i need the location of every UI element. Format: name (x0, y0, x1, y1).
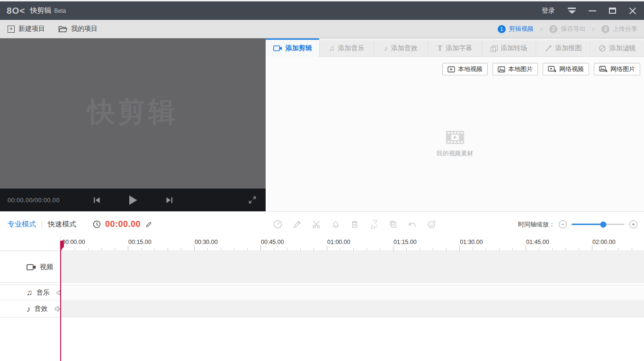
app-window: 8O< 快剪辑 Beta 登录 + 新建项目 我的项目 (0, 0, 644, 361)
chevron-right-icon: > (591, 26, 595, 33)
divider (42, 221, 42, 228)
skip-back-button[interactable] (93, 197, 100, 204)
step-label: 上传分享 (613, 25, 637, 33)
video-camera-icon (27, 264, 36, 271)
network-image-button[interactable]: 网络图片 (594, 63, 640, 75)
track-sound-effect: ♪ 音效 (0, 301, 644, 317)
main-menu-icon[interactable] (568, 8, 576, 14)
timeline-current-time: 00:00.00 (105, 219, 141, 229)
speed-gauge-icon[interactable] (273, 220, 282, 229)
tab-add-sound-effect[interactable]: ♪ 添加音效 (374, 40, 428, 57)
button-label: 本地图片 (508, 65, 533, 73)
button-label: 本地视频 (458, 65, 483, 73)
chevron-right-icon: > (540, 26, 544, 33)
project-toolbar: + 新建项目 我的项目 1 剪辑视频 > 2 保存导出 > (0, 20, 644, 38)
video-track-lane[interactable] (60, 252, 644, 282)
step-number: 1 (498, 25, 506, 33)
sound-effect-icon: ♪ (384, 45, 388, 52)
playback-time: 00:00.00/00:00.00 (8, 197, 60, 204)
track-label: 视频 (40, 263, 53, 271)
ruler-label: 00:15.00 (128, 239, 152, 245)
zoom-slider[interactable] (572, 224, 625, 225)
transition-icon (491, 45, 497, 52)
music-track-lane[interactable] (60, 285, 644, 300)
tab-add-matting[interactable]: 添加抠图 (536, 40, 590, 57)
video-file-icon (447, 66, 455, 72)
copy-icon[interactable] (389, 220, 397, 229)
titlebar: 8O< 快剪辑 Beta 登录 (0, 0, 644, 20)
new-project-label: 新建项目 (18, 25, 45, 33)
zoom-slider-fill (572, 224, 603, 225)
local-image-button[interactable]: 本地图片 (492, 63, 538, 75)
quick-mode-button[interactable]: 快速模式 (48, 220, 76, 229)
video-camera-icon (273, 45, 282, 52)
track-video: 视频 (0, 252, 644, 283)
beta-badge: Beta (54, 8, 66, 14)
local-video-button[interactable]: 本地视频 (442, 63, 488, 75)
step-upload-share[interactable]: 3 上传分享 (601, 25, 637, 33)
tab-add-subtitle[interactable]: T 添加字幕 (428, 40, 482, 57)
media-panel: 本地视频 本地图片 网络视频 (266, 57, 644, 211)
tab-add-transition[interactable]: 添加转场 (482, 40, 536, 57)
step-label: 剪辑视频 (509, 25, 534, 33)
undo-icon[interactable] (408, 220, 417, 229)
maximize-button[interactable] (609, 8, 616, 14)
panel-tabbar: 添加剪辑 ♫ 添加音乐 ♪ 添加音效 T 添加字幕 添加转场 添加抠图 (266, 38, 644, 57)
unlink-icon[interactable] (369, 220, 378, 229)
image-file-icon (498, 66, 505, 72)
tab-label: 添加音效 (391, 44, 418, 53)
minimize-button[interactable] (589, 10, 596, 11)
my-projects-label: 我的项目 (71, 25, 98, 33)
track-label: 音效 (35, 305, 48, 313)
my-projects-button[interactable]: 我的项目 (58, 25, 98, 33)
step-save-export[interactable]: 2 保存导出 (549, 25, 585, 33)
playhead-line[interactable] (60, 241, 61, 361)
bell-icon[interactable] (331, 220, 340, 229)
edit-time-icon[interactable] (145, 221, 152, 228)
text-subtitle-icon: T (438, 45, 443, 52)
sticker-smiley-icon[interactable] (427, 220, 436, 229)
timeline-toolbar: 专业模式 快速模式 00:00.00 (0, 211, 644, 237)
zoom-label: 时间轴缩放： (518, 220, 555, 229)
ruler-label: 01:00.00 (327, 239, 350, 245)
app-logo: 8O< (7, 6, 25, 16)
login-button[interactable]: 登录 (542, 7, 555, 15)
tab-label: 添加音乐 (338, 44, 364, 53)
film-strip-icon (446, 130, 465, 144)
tab-add-filter[interactable]: 添加滤镜 (590, 40, 644, 57)
tab-add-music[interactable]: ♫ 添加音乐 (319, 40, 373, 57)
ruler-major-ticks (60, 245, 644, 251)
step-label: 保存导出 (561, 25, 585, 33)
trash-delete-icon[interactable] (350, 220, 359, 229)
edit-pencil-icon[interactable] (293, 220, 302, 229)
tab-label: 添加抠图 (555, 44, 582, 53)
fullscreen-icon[interactable] (249, 196, 256, 204)
empty-state: 我的视频素材 (437, 130, 474, 158)
watermark-text: 快剪辑 (88, 94, 179, 131)
pro-mode-button[interactable]: 专业模式 (8, 220, 36, 229)
video-download-icon (548, 66, 556, 72)
music-note-icon: ♫ (329, 45, 334, 52)
zoom-slider-handle[interactable] (600, 221, 607, 227)
network-video-button[interactable]: 网络视频 (543, 63, 589, 75)
tab-label: 添加字幕 (446, 44, 472, 53)
zoom-out-button[interactable]: − (559, 220, 567, 228)
scissors-cut-icon[interactable] (312, 220, 321, 228)
ruler-label: 01:45.00 (526, 239, 549, 245)
tab-add-clip[interactable]: 添加剪辑 (266, 38, 319, 57)
step-edit-video[interactable]: 1 剪辑视频 (498, 25, 534, 33)
magic-wand-icon (545, 45, 552, 52)
sound-effect-icon: ♪ (27, 305, 31, 313)
clock-icon (93, 220, 101, 228)
workflow-steps: 1 剪辑视频 > 2 保存导出 > 3 上传分享 (498, 20, 637, 38)
skip-forward-button[interactable] (166, 197, 173, 204)
play-button[interactable] (129, 195, 137, 205)
close-button[interactable] (629, 7, 636, 15)
new-project-button[interactable]: + 新建项目 (8, 25, 45, 33)
plus-square-icon: + (8, 26, 15, 33)
sfx-track-lane[interactable] (60, 301, 644, 317)
track-music: ♫ 音乐 (0, 285, 644, 300)
edit-tools (273, 212, 436, 237)
zoom-in-button[interactable]: + (629, 220, 637, 228)
timeline-ruler[interactable]: 00:00.00 00:15.00 00:30.00 00:45.00 01:0… (0, 237, 644, 251)
